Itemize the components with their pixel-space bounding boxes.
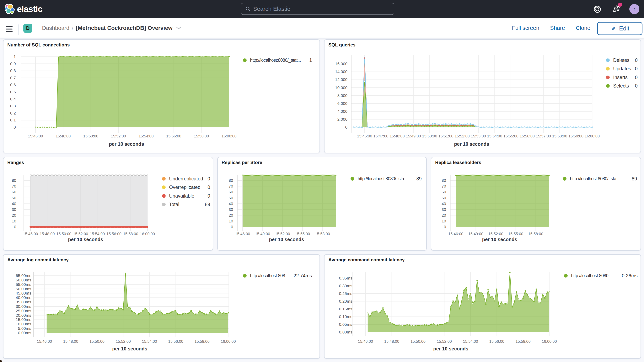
svg-text:15:55:00: 15:55:00 — [295, 232, 310, 236]
svg-text:50: 50 — [442, 196, 446, 200]
svg-text:0.25ms: 0.25ms — [339, 291, 352, 296]
svg-text:15.00ms: 15.00ms — [16, 317, 31, 322]
svg-text:80: 80 — [12, 178, 16, 182]
svg-text:15:46:00: 15:46:00 — [448, 232, 463, 236]
svg-text:20: 20 — [442, 213, 446, 218]
svg-text:5.00ms: 5.00ms — [18, 326, 31, 330]
svg-text:0.00ms: 0.00ms — [339, 330, 352, 334]
svg-text:15:50:00: 15:50:00 — [90, 339, 104, 344]
svg-text:40: 40 — [12, 202, 16, 206]
svg-text:0.30ms: 0.30ms — [339, 284, 352, 288]
svg-text:16:00:00: 16:00:00 — [584, 134, 600, 138]
svg-text:15:56:00: 15:56:00 — [106, 232, 122, 236]
svg-text:14,000: 14,000 — [335, 70, 348, 74]
svg-text:4,000: 4,000 — [337, 109, 348, 114]
svg-text:per 10 seconds: per 10 seconds — [68, 237, 103, 242]
svg-text:10,000: 10,000 — [335, 86, 348, 90]
svg-text:15:55:00: 15:55:00 — [504, 134, 518, 138]
svg-text:12,000: 12,000 — [335, 77, 348, 82]
svg-text:0.5: 0.5 — [10, 90, 16, 94]
svg-text:15:55:00: 15:55:00 — [508, 232, 523, 236]
svg-text:per 10 seconds: per 10 seconds — [269, 237, 304, 242]
svg-text:0.15ms: 0.15ms — [339, 307, 352, 311]
svg-text:15:56:00: 15:56:00 — [168, 339, 183, 344]
svg-text:15:50:00: 15:50:00 — [83, 134, 98, 138]
svg-text:15:49:00: 15:49:00 — [255, 232, 270, 236]
svg-text:0.4: 0.4 — [10, 97, 16, 101]
svg-text:0: 0 — [444, 224, 446, 229]
svg-text:45.00ms: 45.00ms — [16, 291, 31, 295]
svg-text:80: 80 — [229, 178, 233, 182]
svg-text:16:00:00: 16:00:00 — [140, 232, 155, 236]
svg-text:15:48:00: 15:48:00 — [40, 232, 55, 236]
svg-text:15:59:00: 15:59:00 — [568, 134, 584, 138]
svg-text:20.00ms: 20.00ms — [16, 313, 31, 318]
svg-text:60: 60 — [442, 190, 446, 194]
svg-text:55.00ms: 55.00ms — [16, 282, 31, 287]
svg-text:15:50:00: 15:50:00 — [410, 339, 426, 344]
svg-text:15:48:00: 15:48:00 — [390, 134, 405, 138]
svg-text:per 10 seconds: per 10 seconds — [482, 237, 517, 242]
svg-text:30: 30 — [442, 207, 446, 212]
svg-text:35.00ms: 35.00ms — [16, 300, 31, 304]
svg-text:60: 60 — [229, 190, 233, 194]
svg-text:0.05ms: 0.05ms — [339, 322, 352, 326]
svg-text:25.00ms: 25.00ms — [16, 308, 31, 313]
svg-text:40.00ms: 40.00ms — [16, 295, 31, 300]
svg-text:10: 10 — [12, 219, 16, 223]
svg-text:per 10 seconds: per 10 seconds — [112, 346, 147, 352]
svg-text:15:54:00: 15:54:00 — [142, 339, 157, 344]
svg-text:70: 70 — [229, 184, 233, 188]
svg-text:15:58:00: 15:58:00 — [528, 232, 543, 236]
svg-text:0.10ms: 0.10ms — [339, 314, 352, 319]
svg-text:15:58:00: 15:58:00 — [516, 339, 531, 344]
svg-text:50.00ms: 50.00ms — [16, 287, 31, 291]
svg-text:15:54:00: 15:54:00 — [463, 339, 478, 344]
svg-text:per 10 seconds: per 10 seconds — [454, 141, 489, 147]
svg-text:70: 70 — [442, 184, 446, 188]
svg-text:15:52:00: 15:52:00 — [73, 232, 88, 236]
svg-text:15:48:00: 15:48:00 — [63, 339, 78, 344]
svg-text:0: 0 — [345, 125, 348, 129]
svg-text:15:54:00: 15:54:00 — [487, 134, 502, 138]
svg-text:50: 50 — [12, 196, 16, 200]
svg-text:0.20ms: 0.20ms — [339, 299, 352, 304]
svg-text:2,000: 2,000 — [337, 117, 348, 122]
svg-text:15:54:00: 15:54:00 — [139, 134, 154, 138]
svg-text:0.6: 0.6 — [10, 82, 16, 87]
svg-text:15:56:00: 15:56:00 — [520, 134, 535, 138]
svg-text:15:52:00: 15:52:00 — [455, 134, 470, 138]
svg-text:0.8: 0.8 — [10, 68, 16, 73]
svg-text:15:50:00: 15:50:00 — [422, 134, 437, 138]
svg-text:15:47:00: 15:47:00 — [373, 134, 388, 138]
svg-text:15:46:00: 15:46:00 — [357, 134, 372, 138]
svg-text:70: 70 — [12, 184, 16, 188]
svg-text:0.9: 0.9 — [10, 62, 16, 66]
svg-text:15:58:00: 15:58:00 — [552, 134, 567, 138]
svg-text:15:49:00: 15:49:00 — [406, 134, 421, 138]
svg-text:15:52:00: 15:52:00 — [116, 339, 131, 344]
svg-text:0.3: 0.3 — [10, 104, 16, 108]
svg-text:15:58:00: 15:58:00 — [123, 232, 138, 236]
svg-text:30.00ms: 30.00ms — [16, 304, 31, 308]
svg-text:15:46:00: 15:46:00 — [28, 134, 43, 138]
svg-text:15:46:00: 15:46:00 — [358, 339, 373, 344]
svg-text:6,000: 6,000 — [337, 101, 348, 106]
svg-text:0: 0 — [14, 224, 16, 229]
svg-text:50: 50 — [229, 196, 233, 200]
svg-text:16,000: 16,000 — [335, 62, 348, 66]
svg-text:1: 1 — [14, 54, 16, 59]
svg-text:15:54:00: 15:54:00 — [90, 232, 105, 236]
svg-text:16:00:00: 16:00:00 — [222, 134, 236, 138]
svg-text:10.00ms: 10.00ms — [16, 322, 31, 326]
svg-text:16:00:00: 16:00:00 — [542, 339, 557, 344]
svg-text:15:48:00: 15:48:00 — [384, 339, 399, 344]
svg-text:0.35ms: 0.35ms — [339, 276, 352, 280]
svg-text:15:56:00: 15:56:00 — [166, 134, 181, 138]
svg-text:10: 10 — [442, 219, 446, 223]
svg-text:8,000: 8,000 — [337, 93, 348, 98]
svg-text:0: 0 — [231, 224, 233, 229]
svg-text:15:48:00: 15:48:00 — [56, 134, 70, 138]
svg-text:10: 10 — [229, 219, 233, 223]
svg-text:15:57:00: 15:57:00 — [536, 134, 551, 138]
